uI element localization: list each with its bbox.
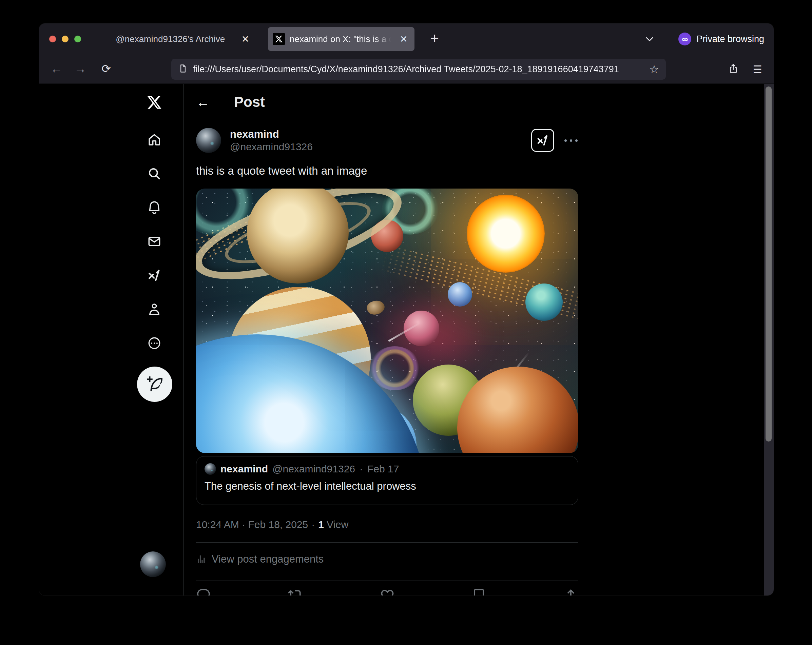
artwork-saturn (247, 189, 349, 284)
heart-icon (380, 588, 395, 596)
tweet-display-name[interactable]: nexamind (230, 128, 531, 141)
url-text: file:///Users/user/Documents/Cyd/X/nexam… (193, 64, 644, 75)
tab-archive-title: @nexamind91326's Archive (101, 34, 240, 44)
tab-post[interactable]: nexamind on X: "this is a quote t ✕ (268, 27, 415, 51)
quoted-tweet-header: nexamind @nexamind91326 · Feb 17 (205, 463, 570, 475)
tab-bar-right: ∞ Private browsing (644, 23, 764, 55)
minimize-window-button[interactable] (62, 36, 69, 43)
sidebar-account-avatar[interactable] (140, 551, 166, 577)
private-browsing-label: Private browsing (696, 34, 764, 44)
quoted-separator: · (360, 463, 363, 475)
sidebar-item-home[interactable] (146, 131, 162, 148)
share-page-icon[interactable] (728, 63, 739, 75)
tab-bar: @nexamind91326's Archive ✕ nexamind on X… (39, 23, 774, 55)
quoted-author-avatar (205, 463, 216, 475)
url-bar[interactable]: file:///Users/user/Documents/Cyd/X/nexam… (171, 59, 666, 80)
page-document-icon (178, 64, 188, 75)
quoted-tweet-text: The genesis of next-level intellectual p… (205, 480, 570, 493)
private-mask-icon: ∞ (678, 32, 691, 46)
artwork-sun (467, 195, 545, 273)
desktop-background: @nexamind91326's Archive ✕ nexamind on X… (0, 0, 812, 645)
tweet-meta-row: 10:24 AM · Feb 18, 2025·1View (196, 519, 348, 531)
close-window-button[interactable] (49, 36, 56, 43)
more-options-icon[interactable] (565, 139, 578, 142)
tab-archive[interactable]: @nexamind91326's Archive ✕ (97, 27, 256, 50)
quoted-date: Feb 17 (367, 463, 399, 475)
post-column: ← Post nexamind @nexamind91326 this is a… (183, 84, 590, 596)
tweet-header: nexamind @nexamind91326 (196, 127, 578, 154)
tweet-handle: @nexamind91326 (230, 141, 531, 153)
tweet-author-avatar[interactable] (196, 128, 221, 153)
scrollbar-thumb[interactable] (766, 87, 772, 442)
quoted-display-name: nexamind (220, 463, 268, 475)
quoted-handle: @nexamind91326 (272, 463, 355, 475)
maximize-window-button[interactable] (74, 36, 81, 43)
toolbar-right: ☰ (728, 55, 762, 84)
compose-feather-icon (146, 376, 163, 393)
compose-post-button[interactable] (137, 367, 172, 402)
back-button[interactable]: ← (46, 55, 67, 84)
share-button[interactable] (563, 588, 578, 596)
artwork-teal-planet (525, 284, 563, 321)
like-button[interactable] (380, 588, 395, 596)
tweet-image[interactable] (196, 189, 578, 453)
tab-post-title: nexamind on X: "this is a quote t (290, 34, 393, 44)
back-arrow-icon[interactable]: ← (196, 95, 217, 110)
new-tab-button[interactable]: + (425, 28, 444, 49)
x-favicon-icon (273, 33, 285, 45)
tab-list-chevron-icon[interactable] (644, 34, 655, 44)
menu-hamburger-icon[interactable]: ☰ (753, 63, 762, 75)
sidebar-item-more[interactable] (146, 335, 162, 351)
navigation-toolbar: ← → ⟳ file:///Users/user/Documents/Cyd/X… (39, 55, 774, 84)
close-tab-icon[interactable]: ✕ (398, 34, 410, 45)
views-label: View (327, 519, 348, 530)
grok-icon (536, 134, 549, 147)
tweet-author-names: nexamind @nexamind91326 (230, 128, 531, 153)
tweet-text: this is a quote tweet with an image (196, 165, 367, 177)
forward-button[interactable]: → (70, 55, 90, 84)
x-logo-icon[interactable] (146, 94, 162, 111)
divider (196, 581, 578, 581)
sidebar-item-profile[interactable] (146, 302, 162, 318)
bookmark-button[interactable] (472, 588, 486, 596)
sidebar-item-search[interactable] (146, 166, 162, 182)
bookmark-icon (472, 588, 486, 596)
repost-button[interactable] (288, 588, 303, 596)
sidebar-item-notifications[interactable] (146, 199, 162, 215)
browser-window: @nexamind91326's Archive ✕ nexamind on X… (39, 23, 774, 596)
page-title: Post (234, 94, 265, 110)
page-scrollbar[interactable] (764, 84, 774, 596)
tweet-timestamp: 10:24 AM · Feb 18, 2025 (196, 519, 308, 530)
share-icon (563, 588, 578, 596)
view-engagements-link[interactable]: View post engagements (196, 553, 324, 565)
reply-icon (196, 588, 211, 596)
reload-button[interactable]: ⟳ (96, 55, 116, 84)
views-count: 1 (318, 519, 324, 530)
window-controls (49, 36, 81, 43)
close-tab-icon[interactable]: ✕ (240, 34, 251, 45)
sidebar-item-messages[interactable] (146, 233, 162, 250)
tweet-action-bar (196, 588, 578, 596)
bookmark-star-icon[interactable]: ☆ (649, 63, 659, 76)
x-sidebar (39, 84, 183, 596)
grok-actions-button[interactable] (531, 129, 554, 152)
quoted-tweet[interactable]: nexamind @nexamind91326 · Feb 17 The gen… (196, 456, 578, 505)
reply-button[interactable] (196, 588, 211, 596)
view-engagements-label: View post engagements (212, 553, 324, 565)
sidebar-item-grok[interactable] (146, 267, 162, 284)
repost-icon (288, 588, 303, 596)
post-header: ← Post (196, 90, 265, 114)
private-browsing-badge: ∞ Private browsing (678, 32, 764, 46)
divider (196, 542, 578, 543)
x-page-content: ← Post nexamind @nexamind91326 this is a… (39, 84, 774, 596)
views-separator: · (311, 519, 315, 530)
bar-chart-icon (196, 554, 206, 564)
